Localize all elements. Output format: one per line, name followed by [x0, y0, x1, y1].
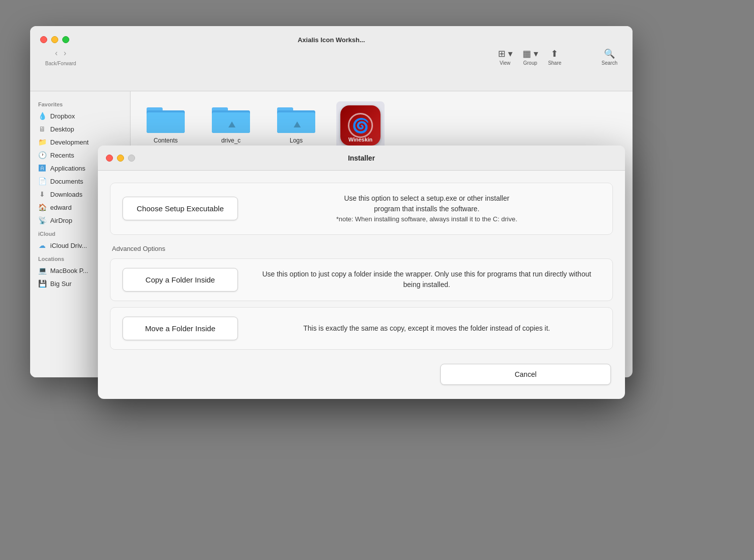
main-option-desc-line1: Use this option to select a setup.exe or…: [253, 193, 600, 204]
share-label: Share: [548, 60, 562, 66]
main-option-desc-line2: program that installs the software.: [253, 204, 600, 214]
finder-minimize-button[interactable]: [51, 36, 58, 43]
finder-close-button[interactable]: [40, 36, 47, 43]
sidebar-item-label-icloud-drive: iCloud Driv...: [50, 242, 87, 249]
sidebar-item-label-dropbox: Dropbox: [50, 112, 75, 120]
finder-toolbar: ‹ › Back/Forward ⊞ ▾ View ▦ ▾ Group ⬆ Sh…: [30, 44, 633, 70]
icloud-drive-icon: ☁: [38, 241, 46, 249]
group-icon: ▦ ▾: [523, 48, 538, 59]
svg-rect-12: [277, 112, 315, 133]
group-btn[interactable]: ▦ ▾ Group: [523, 48, 538, 66]
edward-icon: 🏠: [38, 203, 46, 211]
share-icon: ⬆: [551, 48, 558, 59]
svg-rect-3: [147, 112, 185, 133]
copy-folder-button[interactable]: Copy a Folder Inside: [122, 268, 238, 292]
sidebar-item-label-airdrop: AirDrop: [50, 217, 72, 224]
big-sur-icon: 💾: [38, 279, 46, 288]
favorites-header: Favorites: [30, 97, 130, 109]
sidebar-item-label-edward: edward: [50, 204, 72, 211]
main-option-description: Use this option to select a setup.exe or…: [253, 193, 600, 224]
advanced-options-header: Advanced Options: [110, 245, 613, 252]
modal-title: Installer: [348, 154, 375, 162]
svg-rect-7: [212, 112, 250, 133]
desktop-icon: 🖥: [38, 125, 46, 133]
modal-close-button[interactable]: [106, 155, 113, 162]
modal-minimize-button[interactable]: [117, 155, 124, 162]
search-btn[interactable]: 🔍 Search: [601, 48, 617, 66]
search-icon: 🔍: [604, 48, 615, 59]
finder-titlebar: Axialis Icon Worksh... ‹ › Back/Forward …: [30, 26, 633, 91]
wineskin-app-icon: 🌀 Wineskin: [340, 105, 381, 146]
back-forward-label: Back/Forward: [45, 61, 76, 66]
finder-maximize-button[interactable]: [62, 36, 69, 43]
folder-icon-drive-c: [211, 101, 251, 134]
move-folder-button[interactable]: Move a Folder Inside: [122, 317, 238, 340]
view-icon: ⊞ ▾: [498, 48, 513, 59]
copy-folder-card: Copy a Folder Inside Use this option to …: [110, 258, 613, 301]
back-forward-btn[interactable]: ‹ › Back/Forward: [45, 48, 76, 66]
sidebar-item-label-big-sur: Big Sur: [50, 280, 72, 288]
main-option-desc-note: *note: When installing software, always …: [253, 214, 600, 224]
finder-item-label-contents: Contents: [154, 137, 178, 144]
finder-item-label-drive-c: drive_c: [221, 137, 241, 144]
applications-icon: 🅰: [38, 164, 46, 172]
choose-setup-executable-button[interactable]: Choose Setup Executable: [122, 197, 238, 220]
installer-modal: Installer Choose Setup Executable Use th…: [98, 146, 625, 399]
wineskin-app-label-inner: Wineskin: [340, 136, 381, 143]
group-label: Group: [523, 60, 537, 66]
folder-icon-logs: [276, 101, 316, 134]
downloads-icon: ⬇: [38, 190, 46, 198]
sidebar-item-desktop[interactable]: 🖥 Desktop: [30, 122, 130, 135]
sidebar-item-label-documents: Documents: [50, 178, 83, 185]
view-btn[interactable]: ⊞ ▾ View: [498, 48, 513, 66]
modal-body: Choose Setup Executable Use this option …: [98, 171, 625, 399]
copy-folder-description: Use this option to just copy a folder in…: [253, 269, 600, 290]
sidebar-item-dropbox[interactable]: 💧 Dropbox: [30, 109, 130, 122]
modal-traffic-lights: [106, 155, 135, 162]
sidebar-item-label-desktop: Desktop: [50, 125, 74, 133]
modal-titlebar: Installer: [98, 146, 625, 171]
sidebar-item-label-recents: Recents: [50, 152, 74, 159]
sidebar-item-label-downloads: Downloads: [50, 191, 82, 198]
cancel-button[interactable]: Cancel: [440, 364, 611, 385]
macbook-icon: 💻: [38, 266, 46, 274]
modal-maximize-button: [128, 155, 135, 162]
folder-icon-contents: [146, 101, 186, 134]
sidebar-item-label-macbook: MacBook P...: [50, 267, 88, 274]
view-label: View: [499, 60, 511, 66]
advanced-section: Advanced Options Copy a Folder Inside Us…: [110, 245, 613, 350]
search-label: Search: [601, 60, 617, 66]
finder-traffic-lights: [40, 36, 69, 43]
dropbox-icon: 💧: [38, 112, 46, 120]
move-folder-card: Move a Folder Inside This is exactly the…: [110, 307, 613, 350]
documents-icon: 📄: [38, 177, 46, 185]
back-arrow-icon[interactable]: ‹: [53, 48, 60, 59]
forward-arrow-icon[interactable]: ›: [62, 48, 68, 59]
cancel-row: Cancel: [110, 360, 613, 387]
share-btn[interactable]: ⬆ Share: [548, 48, 562, 66]
finder-item-label-logs: Logs: [290, 137, 303, 144]
wineskin-icon-inner: 🌀: [348, 113, 373, 138]
move-folder-description: This is exactly the same as copy, except…: [253, 323, 600, 334]
main-option-card: Choose Setup Executable Use this option …: [110, 183, 613, 235]
airdrop-icon: 📡: [38, 216, 46, 224]
sidebar-item-label-applications: Applications: [50, 165, 85, 172]
wineskin-spiral-icon: 🌀: [352, 117, 369, 134]
finder-title: Axialis Icon Worksh...: [298, 36, 365, 44]
recents-icon: 🕐: [38, 151, 46, 159]
sidebar-item-label-development: Development: [50, 138, 89, 146]
development-icon: 📁: [38, 138, 46, 146]
